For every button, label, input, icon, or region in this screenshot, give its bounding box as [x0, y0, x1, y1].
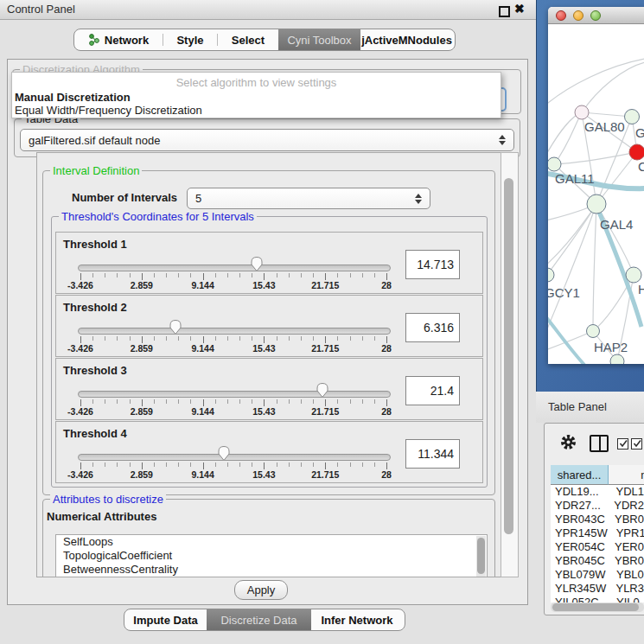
table-horizontal-scrollbar[interactable] — [551, 603, 644, 612]
tab-select[interactable]: Select — [218, 29, 278, 50]
zoom-traffic-light-icon[interactable] — [590, 10, 601, 21]
split-table-icon[interactable] — [590, 435, 609, 452]
network-canvas[interactable]: GAL80 GAL11 GAL4 GCY1 HAP2 H GA C — [548, 24, 644, 364]
tick-label: -3.426 — [67, 280, 93, 290]
tab-style[interactable]: Style — [163, 29, 217, 50]
minimize-traffic-light-icon[interactable] — [573, 10, 583, 21]
list-item[interactable]: TopologicalCoefficient — [56, 549, 487, 563]
cell: YLR345W — [551, 582, 607, 596]
node-label: GAL80 — [584, 119, 625, 134]
threshold-2-slider-thumb[interactable] — [169, 319, 182, 335]
slider-major-ticks — [80, 462, 388, 469]
table-panel-title: Table Panel — [548, 400, 607, 413]
node-gal80[interactable] — [575, 105, 589, 119]
control-panel-titlebar: Control Panel ✖ — [0, 0, 536, 20]
close-traffic-light-icon[interactable] — [556, 10, 566, 21]
table-row[interactable]: YPR145WYPR1 — [551, 526, 644, 540]
gear-icon[interactable] — [560, 434, 577, 450]
node-bottom[interactable] — [610, 354, 624, 364]
panel-scrollbar[interactable] — [501, 152, 519, 577]
tick-label: 2.859 — [131, 406, 153, 417]
attributes-list-scrollbar[interactable] — [476, 536, 486, 577]
tab-select-label: Select — [232, 34, 265, 47]
tab-cyni-toolbox[interactable]: Cyni Toolbox — [278, 29, 360, 50]
table-data-selected: galFiltered.sif default node — [29, 134, 160, 147]
threshold-3-value-field[interactable]: 21.4 — [405, 376, 460, 405]
table-row[interactable]: YDL19...YDL1 — [551, 485, 644, 499]
threshold-2-value-field[interactable]: 6.316 — [405, 313, 460, 342]
node-label: GAL4 — [600, 217, 633, 232]
node-label-partial: GA — [635, 125, 644, 140]
algorithm-option-manual[interactable]: Manual Discretization — [15, 91, 131, 104]
node-label: GCY1 — [548, 285, 580, 300]
checkbox-icon[interactable] — [617, 438, 628, 450]
tab-infer-network[interactable]: Infer Network — [311, 609, 403, 630]
tab-impute-data-label: Impute Data — [133, 614, 197, 627]
threshold-1-slider-track[interactable] — [78, 265, 391, 271]
tab-jactivemnodules[interactable]: jActiveMNodules — [360, 29, 453, 50]
cell: YIL052C — [551, 596, 608, 603]
threshold-2-slider-track[interactable] — [78, 328, 391, 335]
threshold-4-slider-track[interactable] — [78, 454, 391, 461]
cell: YER0 — [606, 540, 644, 554]
algorithm-prompt-item[interactable]: Select algorithm to view settings — [12, 76, 501, 89]
tick-label: 15.43 — [252, 406, 275, 417]
apply-button[interactable]: Apply — [234, 580, 288, 600]
tick-label: 21.715 — [311, 469, 339, 480]
tab-impute-data[interactable]: Impute Data — [124, 609, 207, 630]
table-row[interactable]: YBR043CYBR0 — [551, 513, 644, 526]
column-header-name[interactable]: name — [609, 465, 644, 485]
table-row[interactable]: YIL052CYIL0 — [551, 596, 644, 603]
threshold-4-value-field[interactable]: 11.344 — [405, 439, 460, 469]
cell: YDR27... — [551, 499, 605, 513]
attributes-group-title: Attributes to discretize — [50, 493, 166, 506]
threshold-3-slider-thumb[interactable] — [316, 382, 329, 399]
node-gal11[interactable] — [548, 157, 561, 171]
table-row[interactable]: YBR045CYBR0 — [551, 554, 644, 568]
app-root: Control Panel ✖ Network Style Select Cyn… — [0, 0, 644, 644]
algorithm-option-equal-width[interactable]: Equal Width/Frequency Discretization — [15, 104, 202, 117]
table-row[interactable]: YDR27...YDR2 — [551, 499, 644, 513]
scrollbar-thumb[interactable] — [477, 538, 485, 574]
table-row[interactable]: YER054CYER0 — [551, 540, 644, 554]
node-red-selected[interactable] — [629, 144, 644, 160]
scrollbar-thumb[interactable] — [552, 603, 639, 611]
settings-scroll-viewport: Interval Definition Number of Intervals … — [36, 152, 519, 577]
tick-label: 15.43 — [252, 469, 275, 480]
threshold-1-slider-thumb[interactable] — [250, 256, 264, 272]
attributes-list: SelfLoops TopologicalCoefficient Between… — [55, 534, 488, 577]
close-icon[interactable]: ✖ — [514, 2, 525, 16]
tab-discretize-data[interactable]: Discretize Data — [207, 609, 311, 630]
list-item[interactable]: SelfLoops — [56, 535, 487, 549]
tick-label: 28 — [381, 406, 392, 417]
number-of-intervals-combobox[interactable]: 5 — [187, 188, 430, 209]
threshold-1-value-field[interactable]: 14.713 — [405, 250, 460, 279]
tab-network[interactable]: Network — [74, 29, 163, 50]
node-gal4[interactable] — [587, 194, 606, 214]
node-green[interactable] — [625, 110, 640, 124]
node-label-partial: H — [638, 282, 644, 296]
tick-label: 2.859 — [131, 280, 153, 290]
thresholds-group-title: Threshold's Coordinates for 5 Intervals — [59, 210, 257, 223]
tick-label: 9.144 — [191, 406, 214, 417]
table-row[interactable]: YLR345WYLR3 — [551, 582, 644, 596]
threshold-4-slider-thumb[interactable] — [217, 445, 231, 462]
threshold-3-slider-track[interactable] — [78, 391, 391, 398]
float-window-icon[interactable] — [499, 6, 510, 17]
node-h[interactable] — [626, 267, 641, 283]
scrollbar-thumb[interactable] — [504, 178, 513, 534]
node-hap2[interactable] — [587, 325, 600, 338]
column-header-shared-name[interactable]: shared... — [551, 465, 609, 485]
table-data-combobox[interactable]: galFiltered.sif default node — [20, 129, 514, 151]
algorithm-dropdown-popup: Select algorithm to view settings Manual… — [11, 72, 501, 118]
threshold-1-panel: Threshold 1 -3.426 2.859 9.144 15.43 21.… — [55, 232, 483, 294]
node-gcy1[interactable] — [548, 268, 554, 282]
threshold-3-label: Threshold 3 — [63, 364, 127, 377]
tick-label: 28 — [381, 469, 392, 480]
table-row[interactable]: YBL079WYBL0 — [551, 568, 644, 582]
checkbox-icon[interactable] — [631, 438, 642, 450]
tab-network-label: Network — [105, 34, 149, 47]
list-item[interactable]: BetweennessCentrality — [56, 563, 487, 577]
threshold-4-panel: Threshold 4 -3.426 2.859 9.144 15.43 21.… — [55, 421, 483, 483]
cell: YDR2 — [605, 499, 644, 513]
